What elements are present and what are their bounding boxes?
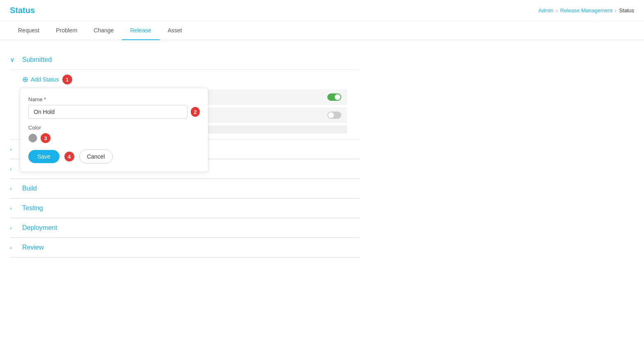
main-content: ∨ Submitted ⊕ Add Status 1 Name * 2 [0,40,369,268]
header: Status Admin › Release Management › Stat… [0,0,644,21]
tab-bar: Request Problem Change Release Asset [0,21,644,40]
step-badge-4: 4 [64,152,74,161]
toggle-off-2[interactable] [327,111,341,119]
color-form-group: Color 3 [28,125,200,143]
cancel-button[interactable]: Cancel [79,150,113,163]
section-build-title: Build [22,185,37,192]
step-badge-3: 3 [41,133,50,143]
section-review-title: Review [22,244,43,251]
tab-request[interactable]: Request [10,21,48,40]
chevron-right-icon-2: › [10,166,18,172]
breadcrumb-sep-2: › [615,7,617,14]
plus-circle-icon: ⊕ [22,75,28,84]
step-badge-1: 1 [62,75,72,84]
required-star: * [43,96,46,102]
chevron-right-icon-5: › [10,225,18,231]
add-status-popup: Name * 2 Color 3 [20,88,208,172]
save-button[interactable]: Save [28,150,59,163]
section-deployment: › Deployment [10,218,359,238]
chevron-right-icon-3: › [10,186,18,192]
breadcrumb: Admin › Release Management › Status [538,7,634,14]
tab-change[interactable]: Change [85,21,122,40]
tab-asset[interactable]: Asset [160,21,190,40]
form-actions: Save 4 Cancel [28,150,200,163]
toggle-on-1[interactable] [327,93,341,101]
breadcrumb-sep-1: › [556,7,557,14]
section-build: › Build [10,179,359,199]
name-form-group: Name * 2 [28,96,200,119]
section-deployment-header[interactable]: › Deployment [10,218,359,238]
color-label: Color [28,125,200,131]
step-badge-2: 2 [191,107,200,117]
section-submitted: ∨ Submitted ⊕ Add Status 1 Name * 2 [10,50,359,140]
name-label: Name * [28,96,200,102]
chevron-right-icon-6: › [10,245,18,251]
section-submitted-header[interactable]: ∨ Submitted [10,50,359,70]
breadcrumb-current: Status [619,7,634,14]
section-testing-title: Testing [22,204,43,212]
section-testing: › Testing [10,199,359,218]
section-build-header[interactable]: › Build [10,179,359,198]
chevron-right-icon-4: › [10,205,18,211]
breadcrumb-admin[interactable]: Admin [538,7,553,14]
toggle-slider-1 [327,93,341,101]
toggle-slider-2 [327,111,341,119]
chevron-right-icon: › [10,146,18,152]
add-status-label: Add Status [31,76,59,83]
breadcrumb-release-management[interactable]: Release Management [560,7,612,14]
section-review: › Review [10,238,359,258]
add-status-row: ⊕ Add Status 1 Name * 2 Color [10,70,359,89]
section-submitted-title: Submitted [22,56,52,64]
tab-problem[interactable]: Problem [48,21,85,40]
add-status-button[interactable]: ⊕ Add Status [22,75,59,84]
section-deployment-title: Deployment [22,224,57,232]
page-title: Status [10,6,35,15]
section-testing-header[interactable]: › Testing [10,199,359,218]
tab-release[interactable]: Release [122,21,159,40]
chevron-down-icon: ∨ [10,56,18,64]
name-input[interactable] [28,105,187,119]
section-review-header[interactable]: › Review [10,238,359,257]
color-swatch[interactable] [28,134,37,143]
